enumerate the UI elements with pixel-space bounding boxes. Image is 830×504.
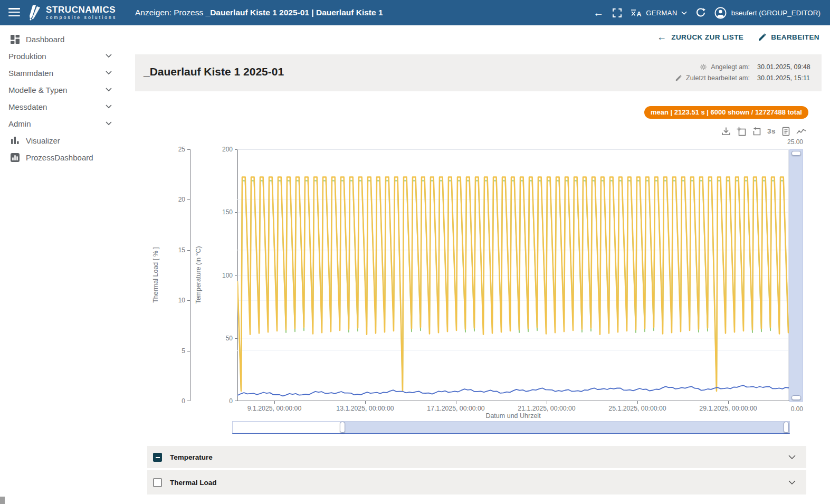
vertical-range-slider[interactable] — [789, 149, 803, 402]
chevron-down-icon[interactable] — [788, 480, 796, 485]
panel-label: Thermal Load — [170, 479, 217, 487]
created-icon — [700, 64, 707, 70]
sidebar-item-label: ProzessDashboard — [26, 153, 93, 162]
language-label: GERMAN — [646, 9, 677, 17]
translate-icon: A — [631, 8, 642, 17]
language-selector[interactable]: A GERMAN — [631, 8, 686, 17]
sidebar: Dashboard Produktion Stammdaten Modelle … — [0, 25, 131, 504]
app-name: STRUCNAMICS — [46, 5, 117, 14]
modified-value: 30.01.2025, 15:11 — [757, 74, 816, 82]
chevron-down-icon — [681, 11, 687, 15]
app-root: STRUCNAMICS composite solutions Anzeigen… — [0, 0, 830, 504]
sidebar-item-label: Dashboard — [26, 35, 64, 44]
dashboard-chart-icon — [11, 153, 20, 162]
modified-pencil-icon — [675, 75, 682, 81]
view-title: _Dauerlauf Kiste 1 2025-01 | Dauerlauf K… — [206, 8, 383, 17]
y-tick: 20 — [163, 196, 185, 203]
y-axis-title-temperature: Temperature (in °C) — [195, 238, 202, 312]
fullscreen-icon[interactable] — [613, 8, 622, 17]
trend-icon[interactable] — [796, 126, 806, 136]
back-icon[interactable]: ← — [593, 7, 604, 18]
horizontal-range-slider[interactable] — [232, 421, 790, 434]
v-slider-max-label: 25.00 — [774, 138, 803, 146]
created-label: Angelegt am: — [711, 63, 750, 71]
sidebar-item-label: Visualizer — [26, 136, 60, 145]
y-tick: 5 — [163, 347, 185, 355]
edit-button[interactable]: BEARBEITEN — [758, 33, 819, 41]
x-tick: 13.1.2025, 00:00:00 — [326, 405, 405, 412]
data-view-icon[interactable] — [781, 126, 791, 136]
y-tick: 50 — [211, 335, 233, 342]
h-slider-right-handle[interactable] — [784, 422, 789, 433]
v-slider-bottom-handle[interactable] — [791, 395, 801, 400]
thermal-load-checkbox[interactable] — [153, 478, 162, 487]
scrollbar-thumb[interactable] — [0, 497, 5, 504]
sidebar-item-visualizer[interactable]: Visualizer — [0, 132, 131, 149]
chevron-down-icon — [106, 54, 112, 58]
created-at-row: Angelegt am: 30.01.2025, 09:48 — [675, 61, 816, 72]
chart-plot[interactable] — [237, 149, 789, 401]
y-tick: 100 — [211, 272, 233, 279]
reset-zoom-icon[interactable] — [752, 126, 762, 136]
temperature-checkbox[interactable] — [153, 453, 162, 462]
modified-label: Zuletzt bearbeitet am: — [686, 74, 750, 82]
chevron-down-icon — [106, 121, 112, 126]
chevron-down-icon — [106, 71, 112, 75]
v-slider-top-handle[interactable] — [791, 151, 801, 156]
h-slider-selected-range[interactable] — [342, 422, 789, 433]
y-tick: 15 — [163, 246, 185, 254]
v-slider-min-label: 0.00 — [774, 405, 803, 413]
user-label: bseufert (GROUP_EDITOR) — [731, 9, 821, 17]
y-tick: 150 — [211, 208, 233, 216]
y-axis-line-thermal — [190, 149, 190, 401]
bar-chart-icon — [11, 136, 20, 145]
chevron-down-icon[interactable] — [788, 455, 796, 460]
sidebar-item-modelle-typen[interactable]: Modelle & Typen — [0, 81, 131, 98]
x-tick: 9.1.2025, 00:00:00 — [235, 405, 314, 412]
user-menu[interactable]: bseufert (GROUP_EDITOR) — [714, 7, 821, 19]
series-temperature-channel-1- — [237, 177, 788, 391]
dashboard-icon — [11, 35, 20, 44]
x-axis-title: Datum und Uhrzeit — [237, 412, 789, 420]
sidebar-item-prozessdashboard[interactable]: ProzessDashboard — [0, 149, 131, 166]
record-header-card: _Dauerlauf Kiste 1 2025-01 Angelegt am: … — [135, 54, 822, 91]
sidebar-item-stammdaten[interactable]: Stammdaten — [0, 64, 131, 81]
download-icon[interactable] — [721, 126, 731, 136]
panel-temperature[interactable]: Temperature — [147, 446, 806, 468]
app-logo[interactable]: STRUCNAMICS composite solutions — [27, 4, 117, 21]
edit-label: BEARBEITEN — [771, 33, 819, 41]
y-tick: 0 — [163, 397, 185, 405]
back-to-list-label: ZURÜCK ZUR LISTE — [671, 33, 743, 41]
sidebar-item-label: Messdaten — [8, 102, 47, 111]
x-tick: 17.1.2025, 00:00:00 — [416, 405, 495, 412]
back-to-list-button[interactable]: ← ZURÜCK ZUR LISTE — [657, 32, 743, 43]
sidebar-item-admin[interactable]: Admin — [0, 115, 131, 132]
svg-text:A: A — [637, 11, 642, 17]
modified-at-row: Zuletzt bearbeitet am: 30.01.2025, 15:11 — [675, 72, 816, 83]
edit-pencil-icon — [758, 33, 766, 41]
y-tick: 25 — [163, 146, 185, 153]
sidebar-item-produktion[interactable]: Produktion — [0, 47, 131, 64]
box-zoom-icon[interactable] — [737, 126, 747, 136]
sidebar-item-label: Produktion — [8, 52, 46, 61]
page-title: _Dauerlauf Kiste 1 2025-01 — [144, 65, 284, 78]
interval-3s-button[interactable]: 3s — [767, 127, 776, 135]
y-tick: 10 — [163, 297, 185, 304]
panel-thermal-load[interactable]: Thermal Load — [147, 470, 806, 495]
refresh-icon[interactable] — [696, 8, 705, 17]
chevron-down-icon — [106, 104, 112, 109]
y-axis-title-thermal: Thermal Load [ % ] — [152, 241, 159, 309]
top-header: STRUCNAMICS composite solutions Anzeigen… — [0, 0, 830, 25]
sidebar-item-messdaten[interactable]: Messdaten — [0, 98, 131, 115]
sidebar-item-dashboard[interactable]: Dashboard — [0, 31, 131, 47]
sidebar-item-label: Stammdaten — [8, 69, 53, 78]
sidebar-item-label: Admin — [8, 119, 31, 128]
y-tick: 200 — [211, 146, 233, 153]
x-axis-line — [237, 401, 789, 401]
app-subtitle: composite solutions — [46, 15, 117, 20]
panel-label: Temperature — [170, 453, 213, 461]
h-slider-left-handle[interactable] — [340, 422, 345, 433]
menu-icon[interactable] — [8, 8, 20, 17]
account-icon — [714, 7, 727, 19]
breadcrumb: Anzeigen: Prozess _Dauerlauf Kiste 1 202… — [135, 0, 383, 25]
